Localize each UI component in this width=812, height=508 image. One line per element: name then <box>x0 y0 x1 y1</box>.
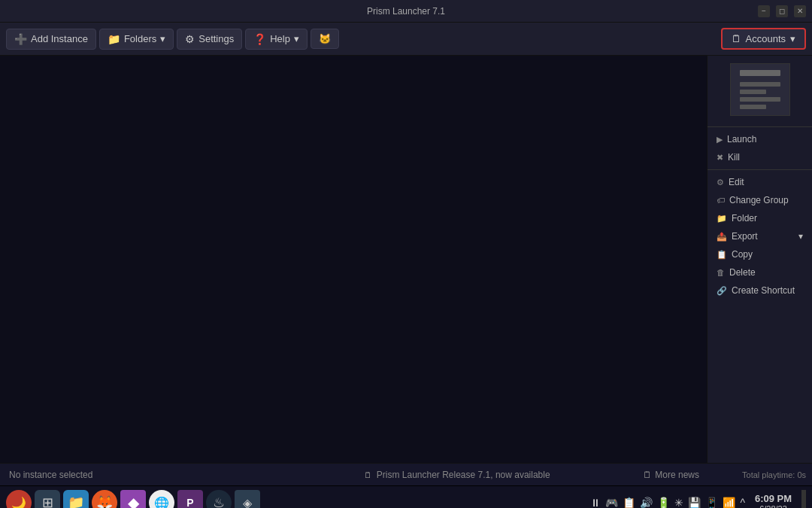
launch-icon: ▶ <box>717 135 723 144</box>
folders-chevron-icon: ▾ <box>160 33 165 44</box>
icon-decoration <box>740 70 780 109</box>
create-shortcut-button[interactable]: 🔗 Create Shortcut <box>707 281 812 300</box>
sidebar-divider-1 <box>707 126 812 127</box>
clipboard-icon[interactable]: 📋 <box>623 497 635 508</box>
help-chevron-icon: ▾ <box>294 33 299 44</box>
firefox-icon[interactable]: 🦊 <box>92 490 117 508</box>
title-bar: Prism Launcher 7.1 − ◻ ✕ <box>0 0 812 23</box>
export-icon: 📤 <box>717 232 727 242</box>
window-controls: − ◻ ✕ <box>758 5 806 17</box>
launch-button[interactable]: ▶ Launch <box>707 130 812 148</box>
icon-line-1 <box>740 82 780 87</box>
taskbar-right: ⏸ 🎮 📋 🔊 🔋 ✳ 💾 📱 📶 ^ 6:09 PM 6/28/23 <box>590 490 806 508</box>
tag-icon: 🏷 <box>717 196 725 205</box>
help-button[interactable]: ❓ Help ▾ <box>245 29 308 50</box>
more-news-icon: 🗒 <box>643 470 652 480</box>
folders-button[interactable]: 📁 Folders ▾ <box>99 29 174 50</box>
cat-button[interactable]: 🐱 <box>311 29 339 49</box>
main-layout: ▶ Launch ✖ Kill ⚙ Edit 🏷 Change Group 📁 … <box>0 56 812 463</box>
shortcut-icon: 🔗 <box>717 286 727 296</box>
chrome-icon[interactable]: 🌐 <box>149 490 174 508</box>
budgie-icon[interactable]: 🌙 <box>6 490 32 508</box>
chevron-up-icon[interactable]: ^ <box>740 497 745 508</box>
volume-icon[interactable]: 🔊 <box>640 497 653 508</box>
playtime-info: Total playtime: 0s <box>742 470 806 479</box>
clock-date: 6/28/23 <box>759 504 787 509</box>
accounts-chevron-icon: ▾ <box>790 33 795 44</box>
game-icon[interactable]: 🎮 <box>605 497 618 508</box>
files-icon[interactable]: 📁 <box>63 490 89 508</box>
taskbar-icons: 🌙 ⊞ 📁 🦊 ◆ 🌐 P ♨ ◈ <box>6 490 260 508</box>
app-title: Prism Launcher 7.1 <box>367 6 445 17</box>
taskbar: 🌙 ⊞ 📁 🦊 ◆ 🌐 P ♨ ◈ ⏸ 🎮 📋 � <box>0 485 812 508</box>
news-text: Prism Launcher Release 7.1, now availabl… <box>377 470 550 480</box>
instance-status: No instance selected <box>0 470 102 480</box>
change-group-button[interactable]: 🏷 Change Group <box>707 191 812 209</box>
news-icon: 🗒 <box>364 470 372 479</box>
copy-icon: 📋 <box>717 250 727 260</box>
settings-icon: ⚙ <box>185 33 195 45</box>
show-desktop-button[interactable] <box>801 490 806 508</box>
steam-icon[interactable]: ♨ <box>206 490 232 508</box>
taskbar-manager-icon[interactable]: ⊞ <box>35 490 60 508</box>
multimc-icon[interactable]: ◈ <box>235 490 260 508</box>
delete-button[interactable]: 🗑 Delete <box>707 263 812 281</box>
taskbar-sys-icons: ⏸ 🎮 📋 🔊 🔋 ✳ 💾 📱 📶 ^ <box>590 497 745 508</box>
purple-app-icon[interactable]: ◆ <box>120 490 146 508</box>
settings-button[interactable]: ⚙ Settings <box>177 29 242 50</box>
icon-line-3 <box>740 97 780 102</box>
accounts-icon: 🗒 <box>732 33 741 44</box>
cat-icon: 🐱 <box>319 33 331 44</box>
bottom-status-bar: No instance selected 🗒 Prism Launcher Re… <box>0 463 812 485</box>
edit-button[interactable]: ⚙ Edit <box>707 173 812 191</box>
wifi-icon[interactable]: 📶 <box>723 497 735 508</box>
clock-time: 6:09 PM <box>755 493 792 504</box>
kill-icon: ✖ <box>717 153 723 163</box>
sidebar-divider-2 <box>707 169 812 170</box>
close-button[interactable]: ✕ <box>794 5 806 17</box>
restore-button[interactable]: ◻ <box>776 5 788 17</box>
icon-line-4 <box>740 105 766 109</box>
bluetooth-icon[interactable]: ✳ <box>674 497 683 508</box>
folder-icon: 📁 <box>108 33 120 45</box>
icon-header-line <box>740 70 780 76</box>
news-bar: 🗒 Prism Launcher Release 7.1, now availa… <box>102 470 812 480</box>
edit-icon: ⚙ <box>717 178 724 187</box>
kill-button[interactable]: ✖ Kill <box>707 148 812 166</box>
right-sidebar: ▶ Launch ✖ Kill ⚙ Edit 🏷 Change Group 📁 … <box>707 56 812 463</box>
more-news-button[interactable]: 🗒 More news <box>643 470 699 480</box>
export-chevron-icon: ▾ <box>798 231 803 242</box>
add-icon: ➕ <box>14 33 27 45</box>
icon-line-2 <box>740 90 766 94</box>
accounts-button[interactable]: 🗒 Accounts ▾ <box>721 28 806 50</box>
taskbar-clock: 6:09 PM 6/28/23 <box>753 493 794 509</box>
export-button[interactable]: 📤 Export ▾ <box>707 227 812 245</box>
add-instance-button[interactable]: ➕ Add Instance <box>6 29 96 50</box>
battery-icon[interactable]: 🔋 <box>657 497 670 508</box>
instance-icon <box>730 63 790 116</box>
export-left: 📤 Export <box>717 231 758 242</box>
instance-content-area <box>0 56 707 463</box>
copy-button[interactable]: 📋 Copy <box>707 245 812 263</box>
phone-icon[interactable]: 📱 <box>705 497 718 508</box>
help-icon: ❓ <box>253 33 266 45</box>
folder-sidebar-icon: 📁 <box>717 214 727 224</box>
pause-icon[interactable]: ⏸ <box>590 497 601 508</box>
purple2-icon[interactable]: P <box>177 490 203 508</box>
usb-icon[interactable]: 💾 <box>688 497 701 508</box>
trash-icon: 🗑 <box>717 268 725 277</box>
menu-bar: ➕ Add Instance 📁 Folders ▾ ⚙ Settings ❓ … <box>0 23 812 56</box>
folder-button[interactable]: 📁 Folder <box>707 209 812 227</box>
minimize-button[interactable]: − <box>758 5 770 17</box>
